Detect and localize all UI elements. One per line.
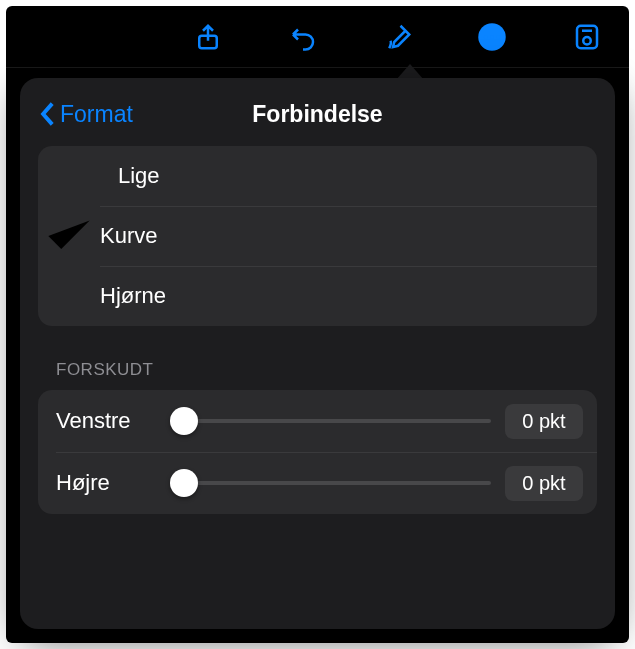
format-brush-icon[interactable] <box>376 15 420 59</box>
option-hjorne[interactable]: Hjørne <box>38 266 597 326</box>
option-lige[interactable]: Lige <box>38 146 597 206</box>
checkmark-slot <box>38 205 100 267</box>
svg-point-6 <box>583 37 591 45</box>
slider-thumb[interactable] <box>170 469 198 497</box>
back-button[interactable]: Format <box>38 101 133 128</box>
undo-icon[interactable] <box>281 15 325 59</box>
presenter-icon[interactable] <box>565 15 609 59</box>
back-label: Format <box>60 101 133 128</box>
offset-right-value[interactable]: 0 pkt <box>505 466 583 501</box>
svg-point-2 <box>484 35 488 39</box>
svg-point-3 <box>490 35 494 39</box>
popover-title: Forbindelse <box>252 101 382 128</box>
offset-row-right: Højre 0 pkt <box>38 452 597 514</box>
option-label: Kurve <box>100 223 157 249</box>
offset-right-slider[interactable] <box>170 468 491 498</box>
offset-section-label: Forskudt <box>56 360 579 380</box>
offset-left-label: Venstre <box>56 408 166 434</box>
chevron-left-icon <box>38 101 56 127</box>
option-label: Hjørne <box>100 283 166 309</box>
share-icon[interactable] <box>186 15 230 59</box>
popover-header: Format Forbindelse <box>20 92 615 136</box>
option-kurve[interactable]: Kurve <box>38 206 597 266</box>
offset-left-value[interactable]: 0 pkt <box>505 404 583 439</box>
option-label: Lige <box>118 163 160 189</box>
format-popover: Format Forbindelse Lige Kurve Hjørne For… <box>20 78 615 629</box>
offset-sliders: Venstre 0 pkt Højre 0 pkt <box>38 390 597 514</box>
connection-type-list: Lige Kurve Hjørne <box>38 146 597 326</box>
checkmark-icon <box>38 205 100 267</box>
slider-track <box>170 481 491 485</box>
svg-point-4 <box>497 35 501 39</box>
top-toolbar <box>6 6 629 68</box>
offset-left-slider[interactable] <box>170 406 491 436</box>
more-icon[interactable] <box>470 15 514 59</box>
offset-right-label: Højre <box>56 470 166 496</box>
slider-track <box>170 419 491 423</box>
slider-thumb[interactable] <box>170 407 198 435</box>
offset-row-left: Venstre 0 pkt <box>38 390 597 452</box>
